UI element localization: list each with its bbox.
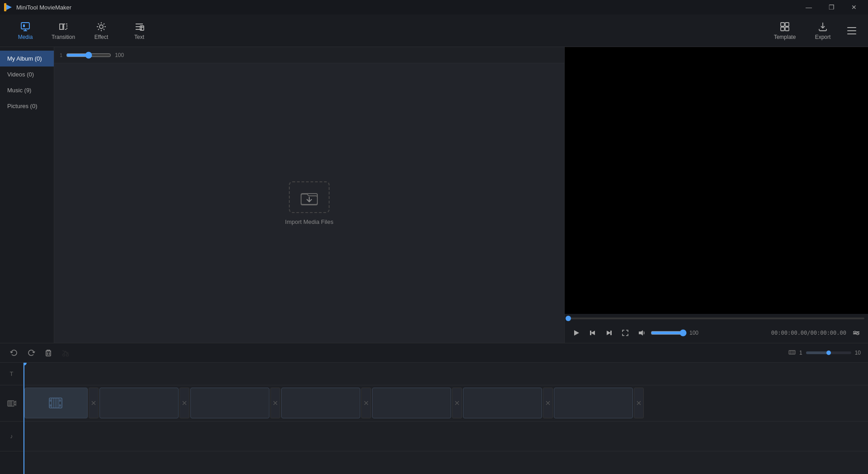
video-clip-2[interactable] xyxy=(99,388,179,418)
volume-button[interactable] xyxy=(635,327,648,339)
timeline-scale-slider[interactable] xyxy=(806,351,851,354)
video-track-icon xyxy=(7,399,16,408)
toolbar-transition-button[interactable]: Transition xyxy=(45,16,81,45)
audio-track-row xyxy=(24,422,868,451)
settings-icon xyxy=(853,329,860,337)
close-button[interactable]: ✕ xyxy=(844,0,864,14)
video-track-row[interactable] xyxy=(24,385,868,422)
preview-controls: 100 00:00:00.00/00:00:00.00 xyxy=(565,323,868,343)
sidebar-item-videos[interactable]: Videos (0) xyxy=(0,66,54,82)
timecode: 00:00:00.00/00:00:00.00 xyxy=(771,330,846,336)
transition-slot-4[interactable] xyxy=(361,388,371,418)
fullscreen-button[interactable] xyxy=(619,327,632,339)
video-clip-1[interactable] xyxy=(24,388,88,418)
title-bar-left: MiniTool MovieMaker xyxy=(4,3,71,12)
fullscreen-icon xyxy=(622,329,629,337)
zoom-label: 1 xyxy=(60,52,62,58)
transition-slot-7[interactable] xyxy=(634,388,644,418)
svg-marker-11 xyxy=(574,330,579,336)
toolbar-right: Template Export xyxy=(767,16,861,45)
svg-rect-6 xyxy=(781,23,784,26)
hamburger-line-2 xyxy=(847,30,856,31)
play-button[interactable] xyxy=(570,327,583,339)
media-panel: 1 100 Import Media Files xyxy=(54,47,564,343)
video-clip-4[interactable] xyxy=(281,388,360,418)
toolbar-effect-button[interactable]: Effect xyxy=(83,16,119,45)
svg-marker-16 xyxy=(639,330,643,336)
restore-button[interactable]: ❐ xyxy=(821,0,842,14)
volume-control: 100 xyxy=(635,327,702,339)
redo-button[interactable] xyxy=(24,346,38,360)
sidebar-item-pictures[interactable]: Pictures (0) xyxy=(0,98,54,114)
toolbar-export-button[interactable]: Export xyxy=(805,16,841,45)
toolbar-media-button[interactable]: Media xyxy=(7,16,43,45)
video-clip-7[interactable] xyxy=(554,388,633,418)
media-content: Import Media Files xyxy=(54,63,564,343)
transition-icon xyxy=(58,21,69,32)
video-clip-3[interactable] xyxy=(190,388,269,418)
import-folder-icon xyxy=(300,189,318,205)
text-icon xyxy=(134,21,145,32)
toolbar-text-button[interactable]: Text xyxy=(121,16,157,45)
video-clip-5[interactable] xyxy=(372,388,451,418)
media-toolbar: 1 100 xyxy=(54,47,564,63)
preview-video xyxy=(565,47,868,314)
transition-slot-3[interactable] xyxy=(270,388,280,418)
import-box[interactable]: Import Media Files xyxy=(285,181,334,225)
film-icon xyxy=(49,397,63,409)
toolbar: Media Transition Effect Text xyxy=(0,14,868,47)
svg-rect-43 xyxy=(59,399,61,402)
preview-settings-button[interactable] xyxy=(850,327,863,339)
svg-point-22 xyxy=(63,354,65,356)
step-forward-button[interactable] xyxy=(603,327,615,339)
template-icon xyxy=(779,21,790,32)
svg-line-26 xyxy=(62,351,69,353)
volume-slider[interactable] xyxy=(651,329,687,337)
sidebar-item-myalbum[interactable]: My Album (0) xyxy=(0,51,54,66)
app-title: MiniTool MovieMaker xyxy=(16,4,71,11)
cut-button[interactable] xyxy=(59,346,72,360)
preview-progress-thumb xyxy=(566,316,571,321)
svg-rect-9 xyxy=(785,27,789,31)
menu-button[interactable] xyxy=(843,22,861,40)
delete-button[interactable] xyxy=(42,346,55,360)
undo-button[interactable] xyxy=(7,346,21,360)
scale-start: 1 xyxy=(799,350,802,356)
svg-rect-8 xyxy=(781,27,784,31)
cut-icon xyxy=(61,349,70,357)
step-forward-icon xyxy=(605,329,613,337)
toolbar-template-button[interactable]: Template xyxy=(767,16,803,45)
transition-slot-6[interactable] xyxy=(543,388,553,418)
timeline-content: T ♪ xyxy=(0,363,868,474)
svg-marker-12 xyxy=(591,331,595,335)
preview-progress-track[interactable] xyxy=(568,318,864,319)
transition-slot-1[interactable] xyxy=(89,388,99,418)
svg-rect-31 xyxy=(8,401,14,406)
transition-icon-slot-7 xyxy=(636,400,642,406)
svg-point-23 xyxy=(66,354,69,356)
video-clip-6[interactable] xyxy=(463,388,542,418)
svg-rect-41 xyxy=(50,399,52,402)
sidebar-item-music[interactable]: Music (9) xyxy=(0,82,54,98)
delete-icon xyxy=(44,349,52,357)
transition-icon-slot-2 xyxy=(182,400,187,406)
minimize-button[interactable]: — xyxy=(798,0,819,14)
effect-icon xyxy=(96,21,107,32)
scale-zoom-icon xyxy=(788,349,796,356)
step-back-icon xyxy=(589,329,596,337)
export-icon xyxy=(817,21,828,32)
svg-rect-42 xyxy=(50,404,52,407)
zoom-slider[interactable] xyxy=(66,52,111,59)
svg-point-19 xyxy=(854,331,856,333)
transition-icon-slot-3 xyxy=(273,400,278,406)
hamburger-line-3 xyxy=(847,33,856,34)
step-back-button[interactable] xyxy=(586,327,599,339)
sidebar: My Album (0) Videos (0) Music (9) Pictur… xyxy=(0,47,54,343)
preview-progress[interactable] xyxy=(565,314,868,323)
transition-slot-5[interactable] xyxy=(452,388,462,418)
svg-rect-2 xyxy=(21,23,29,29)
transition-slot-2[interactable] xyxy=(179,388,189,418)
svg-rect-15 xyxy=(610,331,612,335)
title-bar: MiniTool MovieMaker — ❐ ✕ xyxy=(0,0,868,14)
undo-icon xyxy=(10,349,18,357)
